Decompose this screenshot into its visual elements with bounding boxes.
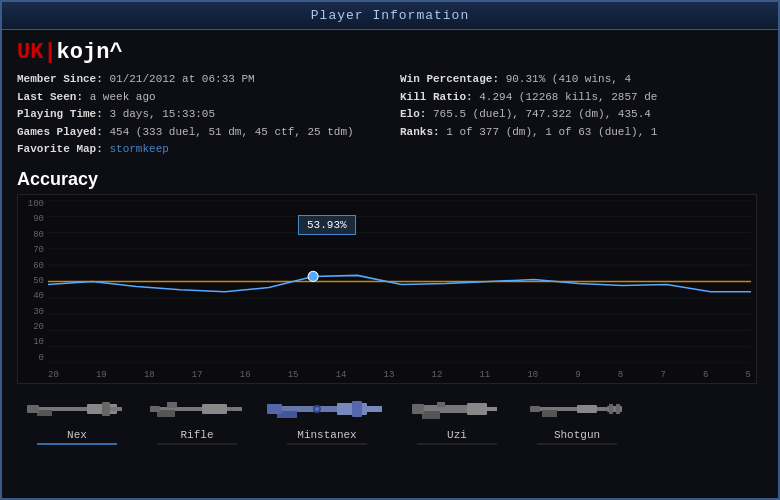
kill-ratio-row: Kill Ratio: 4.294 (12268 kills, 2857 de (400, 89, 763, 107)
x-label-11: 11 (479, 370, 490, 380)
title-bar: Player Information (2, 2, 778, 30)
svg-point-30 (315, 407, 319, 411)
weapon-shotgun[interactable]: Shotgun (522, 392, 632, 445)
x-label-9: 9 (575, 370, 580, 380)
svg-rect-40 (530, 406, 540, 412)
ranks-label: Ranks: (400, 126, 440, 138)
svg-rect-38 (577, 405, 597, 413)
uzi-label: Uzi (447, 429, 467, 441)
x-label-19: 19 (96, 370, 107, 380)
y-label-50: 50 (33, 277, 44, 286)
x-label-7: 7 (660, 370, 665, 380)
y-label-90: 90 (33, 215, 44, 224)
nex-icon (27, 392, 127, 427)
x-label-17: 17 (192, 370, 203, 380)
minstanex-icon (267, 392, 387, 427)
weapon-nex[interactable]: Nex (22, 392, 132, 445)
weapon-uzi[interactable]: Uzi (402, 392, 512, 445)
content-area: UK|kojn^ Member Since: 01/21/2012 at 06:… (2, 30, 778, 455)
x-axis: 20 19 18 17 16 15 14 13 12 11 10 9 8 7 6… (48, 370, 751, 380)
svg-rect-35 (482, 407, 497, 411)
rifle-label: Rifle (180, 429, 213, 441)
win-pct-label: Win Percentage: (400, 73, 499, 85)
win-pct-row: Win Percentage: 90.31% (410 wins, 4 (400, 71, 763, 89)
player-name: UK|kojn^ (17, 40, 763, 65)
svg-rect-16 (110, 407, 122, 411)
x-label-10: 10 (527, 370, 538, 380)
x-label-16: 16 (240, 370, 251, 380)
games-played-value: 454 (333 duel, 51 dm, 45 ctf, 25 tdm) (109, 126, 353, 138)
y-label-70: 70 (33, 246, 44, 255)
y-label-60: 60 (33, 262, 44, 271)
ranks-value: 1 of 377 (dm), 1 of 63 (duel), 1 (446, 126, 657, 138)
weapon-minstanex[interactable]: Minstanex (262, 392, 392, 445)
kill-ratio-value: 4.294 (12268 kills, 2857 de (479, 91, 657, 103)
ranks-row: Ranks: 1 of 377 (dm), 1 of 63 (duel), 1 (400, 124, 763, 142)
svg-rect-28 (362, 406, 382, 412)
uzi-svg (407, 394, 507, 424)
info-left: Member Since: 01/21/2012 at 06:33 PM Las… (17, 71, 380, 159)
rifle-underline (157, 443, 237, 445)
member-since-label: Member Since: (17, 73, 103, 85)
svg-rect-15 (27, 405, 39, 413)
playing-time-label: Playing Time: (17, 108, 103, 120)
shotgun-svg (527, 394, 627, 424)
svg-rect-39 (542, 410, 557, 417)
accuracy-title: Accuracy (17, 169, 763, 190)
member-since-value: 01/21/2012 at 06:33 PM (109, 73, 254, 85)
member-since-row: Member Since: 01/21/2012 at 06:33 PM (17, 71, 380, 89)
playing-time-row: Playing Time: 3 days, 15:33:05 (17, 106, 380, 124)
elo-value: 765.5 (duel), 747.322 (dm), 435.4 (433, 108, 651, 120)
svg-rect-13 (102, 402, 110, 416)
uzi-underline (417, 443, 497, 445)
y-label-40: 40 (33, 292, 44, 301)
rifle-svg (147, 394, 247, 424)
y-label-20: 20 (33, 323, 44, 332)
win-pct-value: 90.31% (410 wins, 4 (506, 73, 631, 85)
last-seen-value: a week ago (90, 91, 156, 103)
minstanex-svg (267, 394, 387, 424)
svg-rect-25 (352, 401, 362, 417)
x-label-18: 18 (144, 370, 155, 380)
y-label-10: 10 (33, 338, 44, 347)
x-label-14: 14 (336, 370, 347, 380)
y-label-0: 0 (39, 354, 44, 363)
accuracy-line (48, 275, 751, 291)
nex-label: Nex (67, 429, 87, 441)
games-played-row: Games Played: 454 (333 duel, 51 dm, 45 c… (17, 124, 380, 142)
svg-rect-14 (37, 410, 52, 416)
shotgun-label: Shotgun (554, 429, 600, 441)
nex-svg (27, 394, 127, 424)
x-label-6: 6 (703, 370, 708, 380)
svg-rect-22 (232, 407, 242, 411)
svg-rect-19 (167, 402, 177, 408)
x-label-15: 15 (288, 370, 299, 380)
x-label-12: 12 (432, 370, 443, 380)
kill-ratio-label: Kill Ratio: (400, 91, 473, 103)
last-seen-row: Last Seen: a week ago (17, 89, 380, 107)
x-label-8: 8 (618, 370, 623, 380)
svg-rect-42 (609, 404, 613, 414)
main-window: Player Information UK|kojn^ Member Since… (0, 0, 780, 500)
favorite-map-link[interactable]: stormkeep (109, 143, 168, 155)
info-right: Win Percentage: 90.31% (410 wins, 4 Kill… (400, 71, 763, 159)
player-username: kojn^ (57, 40, 123, 65)
games-played-label: Games Played: (17, 126, 103, 138)
svg-rect-27 (267, 404, 282, 414)
rifle-icon (147, 392, 247, 427)
y-label-100: 100 (28, 200, 44, 209)
last-seen-label: Last Seen: (17, 91, 83, 103)
svg-rect-43 (616, 404, 620, 414)
weapons-bar: Nex Rifle (17, 392, 763, 445)
svg-rect-21 (150, 406, 160, 412)
x-label-13: 13 (384, 370, 395, 380)
minstanex-label: Minstanex (297, 429, 356, 441)
svg-rect-18 (202, 404, 227, 414)
window-title: Player Information (311, 8, 469, 23)
weapon-rifle[interactable]: Rifle (142, 392, 252, 445)
minstanex-underline (287, 443, 367, 445)
x-label-20: 20 (48, 370, 59, 380)
uzi-icon (407, 392, 507, 427)
y-label-80: 80 (33, 231, 44, 240)
playing-time-value: 3 days, 15:33:05 (109, 108, 215, 120)
